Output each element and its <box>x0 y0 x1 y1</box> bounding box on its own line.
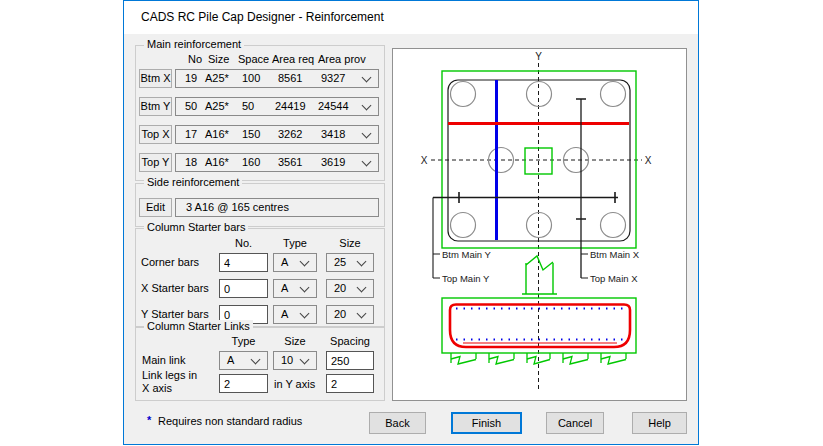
corner-bars-size-combobox[interactable]: 25 <box>326 253 374 272</box>
header-size: Size <box>208 53 229 65</box>
pile-circle <box>451 82 476 107</box>
y-starter-bars-size-value: 20 <box>334 306 346 323</box>
links-header-type: Type <box>219 335 268 347</box>
top-y-area-prov: 3619 <box>321 154 345 171</box>
corner-bars-type-value: A <box>281 254 288 271</box>
finish-button[interactable]: Finish <box>451 412 522 434</box>
x-starter-bars-size-combobox[interactable]: 20 <box>326 279 374 298</box>
btm-x-space: 100 <box>242 70 260 87</box>
top-x-size: A16* <box>205 126 229 143</box>
btm-y-space: 50 <box>242 98 254 115</box>
chevron-down-icon[interactable] <box>362 157 372 167</box>
main-link-size-value: 10 <box>281 352 293 369</box>
note-asterisk: * <box>147 414 151 426</box>
top-y-area-req: 3561 <box>278 154 302 171</box>
btm-y-size: A25* <box>205 98 229 115</box>
pile-cap-diagram: Y X X <box>393 49 686 400</box>
top-y-combobox[interactable]: 18 A16* 160 3561 3619 <box>175 153 379 172</box>
legend-top-main-x: Top Main X <box>590 273 638 284</box>
btm-x-area-req: 8561 <box>278 70 302 87</box>
chevron-down-icon[interactable] <box>357 257 367 267</box>
starter-header-size: Size <box>326 237 374 249</box>
pile-circle <box>601 82 626 107</box>
x-axis-label-right: X <box>645 155 652 166</box>
link-legs-label-line2: X axis <box>142 382 172 395</box>
main-link-type-combobox[interactable]: A <box>219 351 268 370</box>
btm-x-no: 19 <box>185 70 197 87</box>
section-main-bars <box>450 305 630 348</box>
chevron-down-icon[interactable] <box>300 283 310 293</box>
chevron-down-icon[interactable] <box>357 309 367 319</box>
window-title: CADS RC Pile Cap Designer - Reinforcemen… <box>141 1 384 34</box>
chevron-down-icon[interactable] <box>362 129 372 139</box>
btm-y-area-req: 24419 <box>275 98 306 115</box>
link-legs-x-input[interactable] <box>219 374 268 393</box>
column-stub <box>522 263 557 294</box>
starter-header-no: No. <box>219 237 268 249</box>
top-x-space: 150 <box>242 126 260 143</box>
main-reinforcement-label: Main reinforcement <box>144 38 244 50</box>
corner-bars-no-input[interactable] <box>219 253 268 272</box>
btm-x-combobox[interactable]: 19 A25* 100 8561 9327 <box>175 69 379 88</box>
y-axis-label: Y <box>535 51 542 62</box>
links-header-spacing: Spacing <box>326 335 374 347</box>
help-button[interactable]: Help <box>632 412 687 434</box>
x-starter-bars-type-value: A <box>281 280 288 297</box>
top-x-button[interactable]: Top X <box>139 125 172 144</box>
main-link-label: Main link <box>142 354 185 367</box>
chevron-down-icon[interactable] <box>362 101 372 111</box>
btm-y-no: 50 <box>185 98 197 115</box>
btm-x-area-prov: 9327 <box>321 70 345 87</box>
top-x-combobox[interactable]: 17 A16* 150 3262 3418 <box>175 125 379 144</box>
chevron-down-icon[interactable] <box>300 309 310 319</box>
chevron-down-icon[interactable] <box>300 257 310 267</box>
link-legs-y-input[interactable] <box>326 374 374 393</box>
side-reinforcement-field: 3 A16 @ 165 centres <box>175 198 379 217</box>
top-x-area-req: 3262 <box>278 126 302 143</box>
links-header-size: Size <box>273 335 317 347</box>
chevron-down-icon[interactable] <box>300 355 310 365</box>
column-starter-bars-label: Column Starter bars <box>144 221 248 233</box>
x-starter-bars-type-combobox[interactable]: A <box>273 279 317 298</box>
pile-circle <box>601 213 626 238</box>
screenshot-stage: CADS RC Pile Cap Designer - Reinforcemen… <box>0 0 823 446</box>
main-link-spacing-input[interactable] <box>326 351 374 370</box>
header-area-prov: Area prov <box>318 53 366 65</box>
header-no: No <box>188 53 202 65</box>
cancel-button[interactable]: Cancel <box>546 412 604 434</box>
corner-bars-label: Corner bars <box>141 256 199 269</box>
top-y-size: A16* <box>205 154 229 171</box>
legend-btm-main-x: Btm Main X <box>590 249 640 260</box>
side-reinforcement-label: Side reinforcement <box>144 176 242 188</box>
btm-y-combobox[interactable]: 50 A25* 50 24419 24544 <box>175 97 379 116</box>
pile-cap-designer-dialog: CADS RC Pile Cap Designer - Reinforcemen… <box>123 0 699 445</box>
x-starter-bars-no-input[interactable] <box>219 279 268 298</box>
reinforcement-diagram-panel: Y X X <box>392 48 687 401</box>
top-y-button[interactable]: Top Y <box>139 153 172 172</box>
btm-y-area-prov: 24544 <box>318 98 349 115</box>
legend-leader-left <box>433 198 440 279</box>
back-button[interactable]: Back <box>369 412 426 434</box>
chevron-down-icon[interactable] <box>362 73 372 83</box>
corner-bars-type-combobox[interactable]: A <box>273 253 317 272</box>
in-y-axis-label: in Y axis <box>274 378 315 391</box>
edit-button[interactable]: Edit <box>139 198 172 217</box>
corner-bars-size-value: 25 <box>334 254 346 271</box>
chevron-down-icon[interactable] <box>357 283 367 293</box>
top-x-no: 17 <box>185 126 197 143</box>
top-y-no: 18 <box>185 154 197 171</box>
y-starter-bars-type-combobox[interactable]: A <box>273 305 317 324</box>
note-text: Requires non standard radius <box>158 415 302 427</box>
main-link-size-combobox[interactable]: 10 <box>273 351 317 370</box>
side-reinforcement-value: 3 A16 @ 165 centres <box>186 199 289 216</box>
y-starter-bars-size-combobox[interactable]: 20 <box>326 305 374 324</box>
chevron-down-icon[interactable] <box>251 355 261 365</box>
pile-circle <box>451 213 476 238</box>
btm-x-button[interactable]: Btm X <box>139 69 172 88</box>
column-starter-links-label: Column Starter Links <box>144 320 253 332</box>
link-legs-label-line1: Link legs in <box>142 369 197 382</box>
btm-y-button[interactable]: Btm Y <box>139 97 172 116</box>
x-starter-bars-size-value: 20 <box>334 280 346 297</box>
header-space: Space <box>238 53 269 65</box>
y-starter-bars-type-value: A <box>281 306 288 323</box>
